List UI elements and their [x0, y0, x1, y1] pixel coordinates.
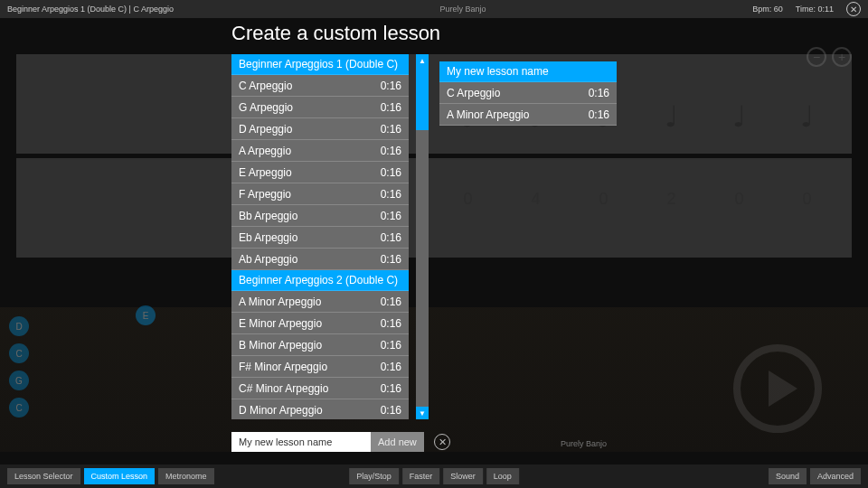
item-name: F Arpeggio — [239, 188, 291, 201]
source-scrollbar[interactable]: ▲ ▼ — [416, 54, 429, 419]
scroll-thumb[interactable] — [416, 67, 429, 130]
item-duration: 0:16 — [381, 231, 401, 244]
bottom-toolbar: Lesson Selector Custom Lesson Metronome … — [0, 465, 868, 488]
zoom-in-icon[interactable]: + — [832, 47, 852, 67]
lesson-selector-button[interactable]: Lesson Selector — [7, 468, 80, 484]
item-duration: 0:16 — [381, 404, 401, 417]
custom-lesson-button[interactable]: Custom Lesson — [84, 468, 156, 484]
item-name: Bb Arpeggio — [239, 210, 297, 222]
time-label: Time: 0:11 — [796, 5, 834, 14]
lesson-name-input[interactable] — [231, 432, 371, 452]
item-duration: 0:16 — [381, 210, 401, 222]
bpm-label: Bpm: 60 — [752, 5, 783, 14]
chord-dot: D — [9, 316, 29, 336]
dest-list-item[interactable]: A Minor Arpeggio0:16 — [439, 104, 617, 126]
item-name: C# Minor Arpeggio — [239, 382, 328, 395]
sound-button[interactable]: Sound — [769, 468, 807, 484]
advanced-button[interactable]: Advanced — [810, 468, 861, 484]
item-duration: 0:16 — [381, 382, 401, 395]
item-duration: 0:16 — [381, 361, 401, 373]
source-list-item[interactable]: Ab Arpeggio0:16 — [231, 249, 409, 270]
source-list-item[interactable]: F# Minor Arpeggio0:16 — [231, 356, 409, 378]
dest-list-header: My new lesson name — [439, 61, 617, 82]
item-name: A Minor Arpeggio — [239, 296, 321, 308]
chord-dot: C — [9, 398, 29, 418]
source-list-item[interactable]: D Arpeggio0:16 — [231, 118, 409, 140]
modal-close-button[interactable]: ✕ — [434, 434, 450, 450]
item-name: Eb Arpeggio — [239, 231, 297, 244]
source-list-item[interactable]: Bb Arpeggio0:16 — [231, 205, 409, 227]
slower-button[interactable]: Slower — [443, 468, 483, 484]
item-name: B Minor Arpeggio — [239, 339, 322, 352]
item-name: A Arpeggio — [239, 145, 291, 157]
item-name: D Minor Arpeggio — [239, 404, 323, 417]
source-lesson-list: Beginner Arpeggios 1 (Double C)C Arpeggi… — [231, 54, 409, 419]
scroll-up-button[interactable]: ▲ — [416, 54, 429, 67]
item-name: D Arpeggio — [239, 123, 292, 136]
item-duration: 0:16 — [381, 253, 401, 266]
item-duration: 0:16 — [381, 317, 401, 330]
chord-dot: G — [9, 371, 29, 390]
item-duration: 0:16 — [381, 296, 401, 308]
item-name: F# Minor Arpeggio — [239, 361, 327, 373]
item-duration: 0:16 — [381, 339, 401, 352]
source-list-item[interactable]: A Minor Arpeggio0:16 — [231, 291, 409, 313]
item-duration: 0:16 — [381, 188, 401, 201]
item-name: E Minor Arpeggio — [239, 317, 322, 330]
dest-list-item[interactable]: C Arpeggio0:16 — [439, 82, 617, 104]
source-list-item[interactable]: A Arpeggio0:16 — [231, 140, 409, 162]
item-name: C Arpeggio — [447, 87, 500, 99]
item-duration: 0:16 — [381, 145, 401, 157]
source-list-item[interactable]: C# Minor Arpeggio0:16 — [231, 378, 409, 399]
chord-dot-e: E — [136, 305, 156, 325]
footer-brand: Purely Banjo — [561, 439, 607, 448]
item-duration: 0:16 — [381, 166, 401, 179]
destination-lesson-list: My new lesson name C Arpeggio0:16A Minor… — [439, 61, 617, 126]
item-duration: 0:16 — [381, 101, 401, 114]
source-list-item[interactable]: B Minor Arpeggio0:16 — [231, 334, 409, 356]
close-button[interactable]: ✕ — [846, 2, 861, 16]
source-group-header: Beginner Arpeggios 1 (Double C) — [231, 54, 409, 75]
brand-label: Purely Banjo — [174, 5, 752, 14]
chord-dot: C — [9, 343, 29, 363]
loop-button[interactable]: Loop — [486, 468, 519, 484]
play-icon[interactable] — [732, 343, 823, 434]
item-duration: 0:16 — [589, 108, 609, 121]
play-stop-button[interactable]: Play/Stop — [349, 468, 399, 484]
source-list-item[interactable]: C Arpeggio0:16 — [231, 75, 409, 97]
source-list-item[interactable]: E Minor Arpeggio0:16 — [231, 313, 409, 334]
top-bar: Beginner Arpeggios 1 (Double C) | C Arpe… — [0, 0, 868, 18]
faster-button[interactable]: Faster — [402, 468, 440, 484]
close-icon: ✕ — [850, 5, 857, 14]
modal-title: Create a custom lesson — [231, 22, 629, 45]
item-name: A Minor Arpeggio — [447, 108, 529, 121]
metronome-button[interactable]: Metronome — [158, 468, 214, 484]
chord-dots: D C G C — [9, 316, 29, 418]
svg-marker-1 — [769, 371, 797, 407]
scroll-down-button[interactable]: ▼ — [416, 407, 429, 419]
item-name: Ab Arpeggio — [239, 253, 297, 266]
breadcrumb: Beginner Arpeggios 1 (Double C) | C Arpe… — [7, 5, 174, 14]
source-list-item[interactable]: G Arpeggio0:16 — [231, 97, 409, 118]
source-list-item[interactable]: E Arpeggio0:16 — [231, 162, 409, 183]
source-list-item[interactable]: F Arpeggio0:16 — [231, 183, 409, 205]
item-name: E Arpeggio — [239, 166, 292, 179]
zoom-out-icon[interactable]: − — [807, 47, 826, 67]
item-name: C Arpeggio — [239, 80, 292, 92]
source-list-item[interactable]: D Minor Arpeggio0:16 — [231, 399, 409, 419]
source-list-item[interactable]: Eb Arpeggio0:16 — [231, 227, 409, 249]
source-group-header: Beginner Arpeggios 2 (Double C) — [231, 270, 409, 291]
item-duration: 0:16 — [381, 80, 401, 92]
add-new-button[interactable]: Add new — [371, 432, 424, 452]
item-name: G Arpeggio — [239, 101, 293, 114]
item-duration: 0:16 — [381, 123, 401, 136]
lesson-name-row: Add new — [231, 432, 424, 452]
close-icon: ✕ — [439, 436, 447, 448]
item-duration: 0:16 — [589, 87, 609, 99]
